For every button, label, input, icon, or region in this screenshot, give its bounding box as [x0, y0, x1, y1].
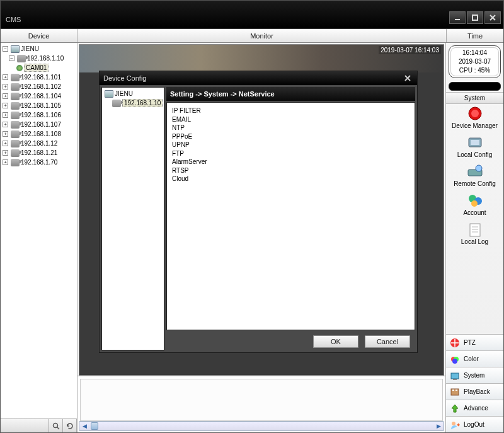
clock-time: 16:14:04	[450, 49, 499, 57]
tree-device[interactable]: +192.168.1.104	[1, 91, 76, 101]
tab-label: Advance	[464, 405, 488, 412]
camera-icon	[112, 100, 121, 107]
expand-icon[interactable]: +	[3, 159, 8, 165]
expand-icon[interactable]: +	[3, 122, 8, 127]
tree-root-ip[interactable]: − 192.168.1.10	[1, 54, 76, 63]
tab-logout[interactable]: LogOut	[446, 416, 503, 432]
system-item-remotecfg[interactable]: Remote Config	[446, 162, 503, 191]
system-item-label: Local Config	[446, 151, 503, 158]
netservice-item[interactable]: Cloud	[172, 175, 410, 183]
tree-cam[interactable]: CAM01	[1, 63, 76, 72]
app-title: CMS	[3, 16, 21, 23]
ok-button[interactable]: OK	[313, 335, 358, 348]
device-label: 192.168.1.12	[21, 140, 57, 147]
netservice-item[interactable]: RTSP	[172, 166, 410, 175]
netservice-item[interactable]: AlarmServer	[172, 158, 410, 166]
tree-device[interactable]: +192.168.1.107	[1, 120, 76, 129]
expand-icon[interactable]: +	[3, 74, 8, 80]
collapse-icon[interactable]: −	[9, 55, 14, 61]
camera-icon	[11, 140, 20, 147]
camera-icon	[17, 55, 26, 62]
maximize-button[interactable]	[467, 11, 483, 24]
tab-label: Color	[464, 355, 479, 362]
search-button[interactable]	[49, 419, 63, 432]
scroll-left-icon[interactable]: ◀	[79, 422, 89, 430]
tab-device[interactable]: Device	[1, 29, 77, 42]
device-icon	[11, 45, 20, 53]
minimize-button[interactable]	[449, 11, 466, 24]
device-label: 192.168.1.104	[21, 93, 61, 100]
netservice-item[interactable]: FTP	[172, 149, 410, 158]
svg-point-1	[53, 423, 57, 427]
right-panel: 16:14:04 2019-03-07 CPU : 45% System Dev…	[445, 43, 503, 432]
expand-icon[interactable]: +	[3, 112, 8, 118]
scroll-thumb[interactable]	[91, 422, 98, 430]
expand-icon[interactable]: +	[3, 103, 8, 108]
tab-monitor[interactable]: Monitor	[77, 29, 447, 42]
camera-icon	[11, 130, 20, 138]
netservice-item[interactable]: UPNP	[172, 141, 410, 149]
device-config-dialog: Device Config JIENU 192.168.1.10 Setting…	[99, 71, 418, 353]
netservice-item[interactable]: PPPoE	[172, 132, 410, 141]
tab-ptz[interactable]: PTZ	[446, 334, 503, 350]
camera-icon	[11, 83, 20, 91]
system-list: Device ManagerLocal ConfigRemote ConfigA…	[446, 104, 503, 334]
camera-icon	[11, 112, 20, 119]
tree-ip-label: 192.168.1.10	[27, 55, 64, 62]
localcfg-icon	[466, 134, 484, 151]
netservice-item[interactable]: IP FILTER	[172, 107, 410, 115]
expand-icon[interactable]: +	[3, 150, 8, 156]
dialog-close-button[interactable]	[402, 73, 413, 83]
netservice-item[interactable]: NTP	[172, 124, 410, 132]
expand-icon[interactable]: +	[3, 141, 8, 146]
tree-device[interactable]: +192.168.1.12	[1, 139, 76, 148]
tab-time[interactable]: Time	[447, 29, 503, 42]
svg-point-21	[452, 422, 455, 425]
horizontal-scrollbar[interactable]: ◀ ▶	[79, 421, 444, 431]
expand-icon[interactable]: +	[3, 131, 8, 137]
device-label: 192.168.1.105	[21, 102, 61, 109]
tree-device[interactable]: +192.168.1.102	[1, 82, 76, 91]
scroll-right-icon[interactable]: ▶	[433, 422, 444, 430]
tab-playback[interactable]: PlayBack	[446, 383, 503, 400]
tree-root-label: JIENU	[21, 45, 39, 52]
system-item-localcfg[interactable]: Local Config	[446, 133, 503, 162]
svg-rect-17	[453, 379, 457, 380]
tree-device[interactable]: +192.168.1.105	[1, 101, 76, 110]
netservice-list: IP FILTEREMAILNTPPPPoEUPNPFTPAlarmServer…	[166, 102, 415, 330]
system-section-title: System	[446, 92, 503, 104]
dialog-tree-ip[interactable]: 192.168.1.10	[103, 98, 163, 108]
tab-advance[interactable]: Advance	[446, 400, 503, 416]
color-icon	[450, 354, 460, 364]
tree-root[interactable]: − JIENU	[1, 44, 76, 54]
expand-icon[interactable]: +	[3, 84, 8, 89]
cancel-button[interactable]: Cancel	[365, 335, 410, 348]
dialog-titlebar: Device Config	[100, 71, 417, 85]
expand-icon[interactable]: +	[3, 93, 8, 99]
tab-sys[interactable]: System	[446, 367, 503, 383]
refresh-button[interactable]	[63, 419, 77, 432]
system-item-label: Local Log	[446, 238, 503, 245]
netservice-item[interactable]: EMAIL	[172, 115, 410, 124]
system-item-account[interactable]: Account	[446, 191, 503, 220]
tab-color[interactable]: Color	[446, 350, 503, 367]
tree-device[interactable]: +192.168.1.21	[1, 148, 76, 158]
close-button[interactable]	[484, 11, 501, 24]
camera-icon	[16, 65, 23, 71]
dialog-tree-root[interactable]: JIENU	[103, 89, 163, 98]
window-controls	[449, 11, 501, 24]
tab-label: PTZ	[464, 339, 476, 346]
timeline-panel: ◀ ▶	[77, 376, 445, 432]
tree-device[interactable]: +192.168.1.108	[1, 129, 76, 139]
tab-list: PTZColorSystemPlayBackAdvanceLogOut	[446, 334, 503, 432]
camera-icon	[11, 149, 20, 157]
collapse-icon[interactable]: −	[3, 46, 8, 52]
tree-device[interactable]: +192.168.1.106	[1, 110, 76, 120]
system-item-record[interactable]: Device Manager	[446, 104, 503, 133]
tree-device[interactable]: +192.168.1.70	[1, 158, 76, 167]
system-item-log[interactable]: Local Log	[446, 220, 503, 249]
camera-icon	[11, 121, 20, 129]
tree-device[interactable]: +192.168.1.101	[1, 72, 76, 82]
system-item-label: Device Manager	[446, 122, 503, 129]
dialog-right: Setting -> System -> NetService IP FILTE…	[166, 87, 415, 350]
